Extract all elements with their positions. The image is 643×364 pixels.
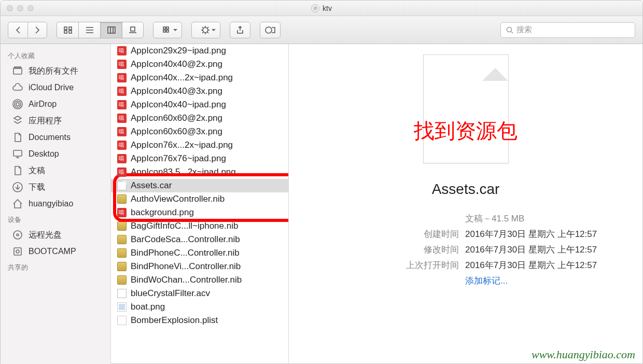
file-row[interactable]: AppIcon76x76~ipad.png (111, 152, 288, 165)
file-row[interactable]: AppIcon40x40~ipad.png (111, 98, 288, 111)
close-dot[interactable] (7, 5, 13, 11)
sidebar-item[interactable]: 应用程序 (1, 113, 110, 129)
file-row[interactable]: background.png (111, 206, 288, 219)
file-row[interactable]: BomberExplosion.plist (111, 314, 288, 327)
svg-rect-7 (166, 27, 169, 29)
zoom-dot[interactable] (27, 5, 34, 11)
view-icon-button[interactable] (57, 22, 78, 38)
file-kind-png-icon (117, 87, 127, 96)
view-coverflow-button[interactable] (122, 22, 144, 38)
file-row[interactable]: BindPhoneVi...Controller.nib (111, 260, 288, 273)
minimize-dot[interactable] (17, 5, 23, 11)
action-button[interactable] (191, 22, 220, 38)
tags-button[interactable] (260, 22, 281, 38)
file-kind-nib-icon (117, 248, 127, 258)
svg-point-19 (13, 231, 22, 239)
file-name: AuthoViewController.nib (131, 194, 225, 204)
svg-point-22 (16, 250, 19, 253)
file-row[interactable]: BindWoChan...Controller.nib (111, 273, 288, 287)
sidebar-item-label: Documents (29, 133, 71, 142)
sidebar-item[interactable]: 我的所有文件 (1, 63, 110, 79)
sidebar-header: 共享的 (1, 260, 110, 274)
add-tags-link[interactable]: 添加标记... (465, 273, 508, 289)
file-kind-doc-icon (117, 181, 127, 190)
file-name: boat.png (131, 302, 165, 312)
sidebar-item-label: AirDrop (29, 100, 57, 109)
share-button[interactable] (230, 22, 250, 38)
file-kind-png-icon (117, 60, 127, 69)
sidebar-item[interactable]: AirDrop (1, 96, 110, 113)
sidebar-item-label: BOOTCAMP (29, 247, 76, 256)
file-kind-png-icon (117, 141, 127, 150)
svg-rect-3 (69, 31, 72, 33)
sidebar-item-label: 远程光盘 (29, 230, 62, 241)
svg-rect-0 (64, 27, 67, 30)
toolbar: 搜索 (1, 16, 642, 44)
arrange-button[interactable] (153, 22, 182, 38)
sidebar-item[interactable]: Desktop (1, 146, 110, 162)
file-row[interactable]: AppIcon60x60@2x.png (111, 111, 288, 125)
file-row[interactable]: AppIcon60x60@3x.png (111, 125, 288, 138)
file-row[interactable]: BagGiftInfoC...ll~iphone.nib (111, 219, 288, 233)
view-column-button[interactable] (100, 22, 122, 38)
svg-rect-17 (13, 150, 22, 156)
file-row[interactable]: blueCrystalFilter.acv (111, 287, 288, 300)
preview-file-icon (423, 54, 509, 163)
window-title-group: ⊘ ktv (311, 4, 332, 12)
file-name: AppIcon40x...2x~ipad.png (131, 73, 233, 83)
sidebar-item[interactable]: iCloud Drive (1, 79, 110, 96)
doc-icon (12, 132, 23, 143)
meta-opened-row: 上次打开时间 2016年7月30日 星期六 上午12:57 (310, 258, 622, 273)
meta-opened-value: 2016年7月30日 星期六 上午12:57 (465, 258, 597, 273)
svg-point-10 (203, 27, 208, 33)
file-row[interactable]: AuthoViewController.nib (111, 192, 288, 206)
file-row[interactable]: BarCodeSca...Controller.nib (111, 233, 288, 246)
download-icon (12, 181, 23, 193)
titlebar: ⊘ ktv (1, 1, 642, 16)
file-name: AppIcon40x40@3x.png (131, 86, 222, 96)
window-title: ktv (323, 4, 332, 12)
meta-created-value: 2016年7月30日 星期六 上午12:57 (465, 227, 597, 242)
search-field[interactable]: 搜索 (500, 22, 635, 38)
sidebar-item-label: iCloud Drive (29, 83, 74, 92)
file-row[interactable]: BindPhoneC...Controller.nib (111, 246, 288, 260)
meta-kind-row: 文稿－41.5 MB (310, 211, 622, 227)
file-name: AppIcon76x...2x~ipad.png (131, 140, 233, 150)
sidebar-item[interactable]: 远程光盘 (1, 227, 110, 243)
meta-modified-row: 修改时间 2016年7月30日 星期六 上午12:57 (310, 242, 622, 258)
sidebar-item[interactable]: 下载 (1, 179, 110, 195)
sidebar-item[interactable]: Documents (1, 129, 110, 146)
file-kind-png-icon (117, 154, 127, 163)
view-list-button[interactable] (78, 22, 100, 38)
sidebar-item[interactable]: 文稿 (1, 162, 110, 179)
sidebar-item-label: 文稿 (29, 165, 45, 176)
file-row[interactable]: AppIcon40x...2x~ipad.png (111, 71, 288, 85)
finder-window: ⊘ ktv 搜索 个人收藏我的所有文件iCloud DriveAirDrop应用… (0, 0, 643, 364)
svg-rect-2 (64, 31, 67, 33)
svg-rect-21 (14, 248, 21, 255)
back-button[interactable] (8, 22, 27, 38)
file-row[interactable]: AppIcon83.5...2x~ipad.png (111, 165, 288, 179)
sidebar-item-label: 应用程序 (29, 116, 62, 127)
file-row[interactable]: AppIcon29x29~ipad.png (111, 44, 288, 58)
annotation-text: 找到资源包 (414, 117, 518, 145)
file-kind-png-icon (117, 127, 127, 136)
sidebar-item[interactable]: huangyibiao (1, 195, 110, 212)
file-name: BindPhoneC...Controller.nib (131, 248, 240, 258)
file-row[interactable]: AppIcon76x...2x~ipad.png (111, 138, 288, 152)
file-name: AppIcon29x29~ipad.png (131, 46, 226, 56)
file-name: AppIcon40x40~ipad.png (131, 100, 226, 110)
file-name: Assets.car (131, 180, 172, 191)
preview-metadata: 文稿－41.5 MB 创建时间 2016年7月30日 星期六 上午12:57 修… (289, 211, 642, 289)
svg-point-11 (507, 27, 512, 32)
file-kind-acv-icon (117, 289, 127, 298)
file-row[interactable]: AppIcon40x40@2x.png (111, 58, 288, 71)
file-row[interactable]: AppIcon40x40@3x.png (111, 85, 288, 98)
sidebar-item[interactable]: BOOTCAMP (1, 243, 110, 260)
file-name: AppIcon60x60@2x.png (131, 113, 222, 123)
forward-button[interactable] (27, 22, 47, 38)
svg-rect-9 (166, 30, 169, 32)
search-icon (506, 26, 513, 34)
file-row[interactable]: boat.png (111, 300, 288, 314)
file-row[interactable]: Assets.car (111, 179, 288, 192)
